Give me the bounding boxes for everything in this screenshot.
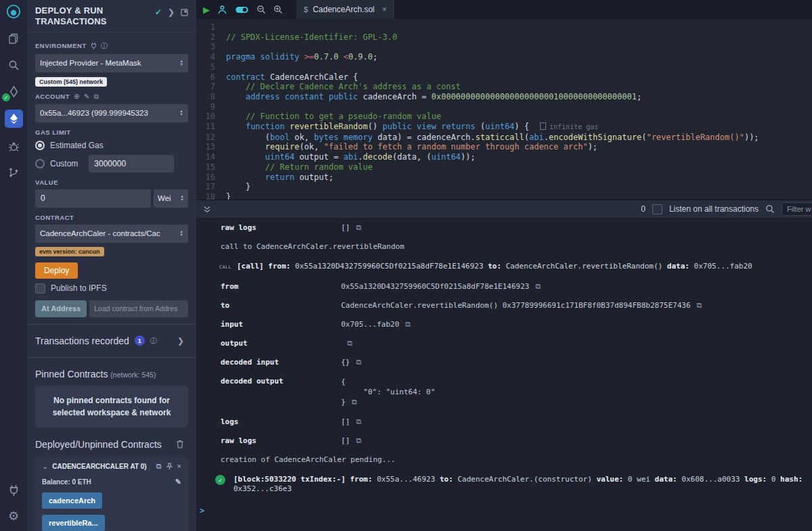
terminal[interactable]: raw logs[]⧉call to CadenceArchCaler.reve… [196,218,812,531]
terminal-text: call to CadenceArchCaler.revertibleRando… [196,242,812,251]
deploy-button[interactable]: Deploy [35,262,78,279]
solidity-compiler-icon[interactable]: ✓ [5,83,22,99]
copy-address-icon[interactable]: ⧉ [156,462,162,471]
estimated-gas-label: Estimated Gas [50,141,104,150]
publish-ipfs-checkbox[interactable] [35,283,45,294]
pinned-network-label: (network: 545) [110,371,156,379]
select-stepper-icon: ▲▼ [181,195,184,202]
pin-contract-icon[interactable] [166,463,173,470]
file-explorer-icon[interactable] [5,30,22,47]
code-line: 18} [196,192,812,200]
copy-icon[interactable]: ⧉ [347,339,353,348]
listen-all-transactions-checkbox[interactable] [652,204,662,214]
copy-icon[interactable]: ⧉ [356,436,361,445]
copy-icon[interactable]: ⧉ [356,358,361,367]
accessibility-person-icon[interactable] [217,5,227,15]
clear-deployed-trash-icon[interactable] [176,440,188,448]
zoom-in-icon[interactable] [273,5,283,14]
deployed-contract-card: ⌄ CADENCEARCHCALER AT 0) ⧉ × Balance: 0 … [35,457,188,531]
panel-popout-icon[interactable] [181,9,188,16]
terminal-kv-row: decoded input{}⧉ [196,358,812,367]
panel-status-check-icon: ✓ [155,7,162,17]
code-line: 11 function revertibleRandom() public vi… [196,122,812,133]
pending-transactions-count: 0 [641,204,646,214]
custom-gas-radio[interactable] [35,159,45,168]
deploy-run-panel: DEPLOY & RUN TRANSACTIONS ✓ ❯ ENVIRONMEN… [27,0,196,531]
code-line: 10 // Function to get a pseudo-random va… [196,112,812,122]
remove-contract-icon[interactable]: × [177,462,181,470]
tab-label: CadenceArch.sol [313,5,374,14]
code-line: 4pragma solidity >=0.7.0 <0.9.0; [196,52,812,62]
network-badge: Custom (545) network [35,77,107,87]
copy-icon[interactable]: ⧉ [405,320,411,329]
add-account-icon[interactable]: ⊕ [74,93,80,100]
copy-icon[interactable]: ⧉ [356,223,361,232]
value-unit-select[interactable]: Wei ▲▼ [154,189,188,208]
transactions-info-icon[interactable]: ⓘ [150,336,157,346]
at-address-button[interactable]: At Address [35,300,87,317]
contract-select[interactable]: CadenceArchCaler - contracts/Cac ▲▼ [35,225,188,243]
revertible-random-function-button[interactable]: revertibleRa... [42,515,105,531]
contract-collapse-chevron-icon[interactable]: ⌄ [42,462,48,471]
deploy-run-icon[interactable] [5,110,23,128]
environment-select[interactable]: Injected Provider - MetaMask ▲▼ [35,54,188,72]
edit-balance-pencil-icon[interactable]: ✎ [175,478,181,486]
settings-icon[interactable]: ⚙ [5,508,22,524]
plugin-manager-icon[interactable] [5,482,22,498]
plug-icon[interactable] [91,42,97,49]
git-icon[interactable] [5,164,22,181]
terminal-text: creation of CadenceArchCaler pending... [196,455,812,464]
remix-ide: ✓ ⚙ DEPLOY & RUN TRANSACTIONS ✓ ❯ [0,0,812,531]
debugger-icon[interactable] [5,138,22,154]
copy-icon[interactable]: ⧉ [697,301,702,310]
terminal-kv-row: decoded output{ "0": "uint64: 0"}⧉ [196,377,812,407]
evm-version-badge: evm version: cancun [35,247,104,256]
environment-info-icon[interactable]: ⓘ [101,41,108,51]
terminal-search-icon[interactable] [765,204,775,214]
terminal-filter-input[interactable] [782,202,812,216]
remix-logo[interactable] [5,4,22,20]
code-line: 7 // Declare Cadence Arch's address as a… [196,82,812,92]
code-line: 3 [196,42,812,52]
editor-tabbar: ▶ $ CadenceArch.sol × [196,0,812,19]
copy-account-icon[interactable]: ⧉ [94,93,99,101]
pinned-empty-message: No pinned contracts found for selected w… [35,386,188,428]
transactions-count-badge: 1 [135,336,145,346]
tab-close-icon[interactable]: × [382,5,387,14]
estimated-gas-radio[interactable] [35,141,45,150]
deployed-contract-name: CADENCEARCHCALER AT 0) [52,463,152,470]
zoom-out-icon[interactable] [256,5,266,14]
copy-icon[interactable]: ⧉ [356,417,361,426]
run-script-play-icon[interactable]: ▶ [203,5,210,15]
terminal-prompt[interactable]: > [196,506,812,515]
panel-forward-chevron-icon[interactable]: ❯ [168,7,175,17]
contract-balance: Balance: 0 ETH [42,478,91,486]
code-editor[interactable]: 12// SPDX-License-Identifier: GPL-3.034p… [196,19,812,200]
contract-label: CONTRACT [35,214,74,221]
code-line: 1 [196,22,812,32]
deployed-contracts-title: Deployed/Unpinned Contracts [35,439,162,450]
select-stepper-icon: ▲▼ [180,230,183,237]
code-line: 6contract CadenceArchCaler { [196,72,812,83]
sign-message-pencil-icon[interactable]: ✎ [84,93,90,100]
transactions-recorded-label: Transactions recorded [35,336,129,346]
code-line: 5 [196,62,812,72]
at-address-input[interactable] [89,300,188,317]
divider [27,324,196,325]
code-line: 8 address constant public cadenceArch = … [196,92,812,102]
panel-body: ENVIRONMENT ⓘ Injected Provider - MetaMa… [27,32,196,531]
preview-toggle-icon[interactable] [235,6,249,14]
transactions-expand-chevron-icon[interactable]: ❯ [177,336,188,346]
custom-gas-input[interactable] [89,155,174,172]
copy-icon[interactable]: ⧉ [352,398,357,407]
code-line: 15 // Return random value [196,162,812,172]
account-select[interactable]: 0x55a...46923 (999.999945323 ▲▼ [35,104,188,122]
search-icon[interactable] [5,57,22,73]
tab-cadence-arch-sol[interactable]: $ CadenceArch.sol × [296,0,395,19]
infinite-gas-annotation: infinite gas [540,123,598,131]
terminal-kv-row: toCadenceArchCaler.revertibleRandom() 0x… [196,301,812,310]
cadence-arch-function-button[interactable]: cadenceArch [42,492,102,509]
value-input[interactable] [35,189,151,208]
terminal-collapse-icon[interactable] [200,205,214,214]
copy-icon[interactable]: ⧉ [535,282,541,291]
